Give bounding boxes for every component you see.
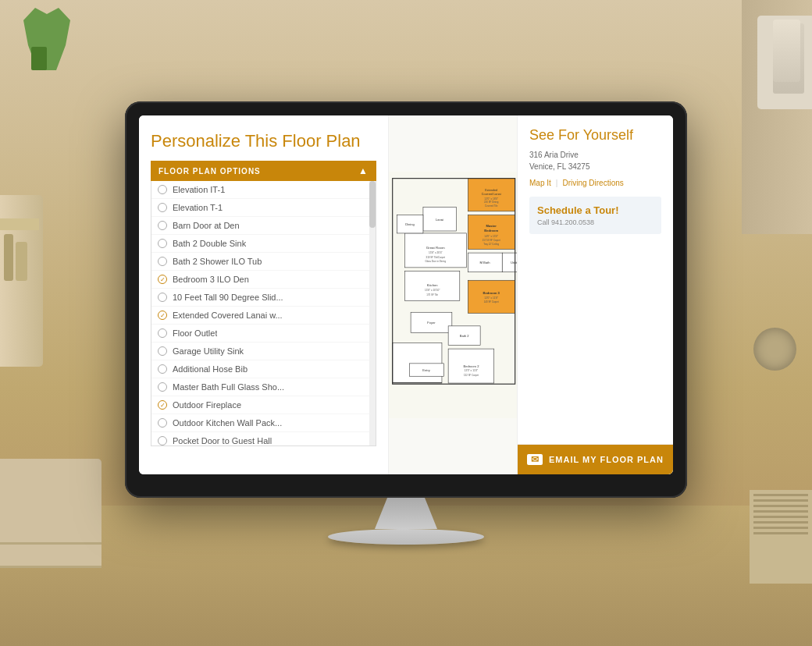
- monitor-neck: [375, 498, 437, 529]
- option-radio[interactable]: [158, 400, 167, 410]
- monitor-base: [328, 529, 484, 545]
- option-label: Elevation IT-1: [173, 185, 225, 194]
- address-line1: 316 Aria Drive: [529, 149, 661, 161]
- option-label: Bath 2 Shower ILO Tub: [173, 257, 262, 266]
- option-radio[interactable]: [158, 257, 167, 266]
- option-label: Extended Covered Lanai w...: [173, 311, 283, 320]
- option-item[interactable]: Outdoor Fireplace: [151, 396, 376, 414]
- svg-text:Master: Master: [486, 224, 497, 228]
- option-radio[interactable]: [158, 346, 167, 356]
- option-radio[interactable]: [158, 364, 167, 374]
- option-item[interactable]: Extended Covered Lanai w...: [151, 307, 376, 325]
- option-item[interactable]: Pocket Door to Guest Hall: [151, 432, 376, 446]
- svg-text:Great Room: Great Room: [426, 246, 445, 250]
- svg-text:Bath 2: Bath 2: [460, 334, 470, 338]
- option-radio[interactable]: [158, 203, 167, 212]
- call-label: Call 941.200.0538: [537, 218, 654, 226]
- svg-text:140 SF Carpet: 140 SF Carpet: [484, 300, 499, 303]
- option-item[interactable]: Outdoor Kitchen Wall Pack...: [151, 414, 376, 432]
- email-floor-plan-button[interactable]: EMAIL MY FLOOR PLAN: [518, 445, 673, 474]
- svg-text:Entry: Entry: [422, 368, 431, 372]
- option-radio[interactable]: [158, 328, 167, 338]
- option-radio[interactable]: [158, 221, 167, 230]
- svg-text:Bedroom 2: Bedroom 2: [463, 364, 479, 368]
- option-label: Bedroom 3 ILO Den: [173, 275, 249, 284]
- option-label: Floor Outlet: [173, 328, 217, 338]
- option-item[interactable]: Additional Hose Bib: [151, 360, 376, 378]
- option-item[interactable]: Elevation T-1: [151, 199, 376, 217]
- monitor-screen: Personalize This Floor Plan FLOOR PLAN O…: [139, 115, 673, 474]
- option-item[interactable]: 10 Feet Tall 90 Degree Slid...: [151, 289, 376, 307]
- svg-text:Covered Lanai: Covered Lanai: [482, 193, 501, 196]
- see-for-yourself-section: See For Yourself 316 Aria Drive Venice, …: [518, 115, 673, 445]
- address-block: 316 Aria Drive Venice, FL 34275: [529, 149, 661, 172]
- options-list[interactable]: Elevation IT-1Elevation T-1Barn Door at …: [151, 181, 376, 446]
- svg-text:Utility: Utility: [511, 261, 517, 264]
- svg-text:Bedroom 3: Bedroom 3: [483, 291, 500, 295]
- svg-text:Extended: Extended: [485, 189, 497, 192]
- email-icon: [527, 454, 543, 465]
- svg-text:Bedroom: Bedroom: [484, 229, 498, 232]
- option-radio[interactable]: [158, 275, 167, 284]
- option-label: 10 Feet Tall 90 Degree Slid...: [173, 293, 283, 302]
- option-radio[interactable]: [158, 311, 167, 320]
- option-radio[interactable]: [158, 436, 167, 445]
- option-label: Outdoor Kitchen Wall Pack...: [173, 418, 282, 428]
- svg-text:217.50 SF Carpet: 217.50 SF Carpet: [483, 239, 500, 242]
- svg-text:Kitchen: Kitchen: [427, 283, 438, 287]
- option-item[interactable]: Garage Utility Sink: [151, 343, 376, 360]
- scrollbar-thumb[interactable]: [369, 181, 376, 228]
- option-label: Outdoor Fireplace: [173, 400, 241, 410]
- svg-text:170 SF Tile: 170 SF Tile: [426, 293, 438, 296]
- email-button-label: EMAIL MY FLOOR PLAN: [549, 455, 664, 464]
- monitor-wrapper: Personalize This Floor Plan FLOOR PLAN O…: [125, 101, 687, 545]
- option-radio[interactable]: [158, 382, 167, 392]
- option-item[interactable]: Master Bath Full Glass Sho...: [151, 378, 376, 396]
- svg-text:Covered Tile: Covered Tile: [485, 204, 498, 208]
- option-label: Garage Utility Sink: [173, 346, 244, 356]
- monitor: Personalize This Floor Plan FLOOR PLAN O…: [125, 101, 687, 545]
- schedule-section: Schedule a Tour! Call 941.200.0538: [529, 197, 661, 234]
- option-item[interactable]: Bath 2 Double Sink: [151, 235, 376, 253]
- options-header-label: FLOOR PLAN OPTIONS: [158, 167, 261, 176]
- scrollbar-track: [369, 181, 376, 445]
- schedule-title: Schedule a Tour!: [537, 204, 654, 216]
- svg-text:Foyer: Foyer: [427, 321, 436, 325]
- option-label: Bath 2 Double Sink: [173, 239, 246, 248]
- svg-text:Tray 12' Ceiling: Tray 12' Ceiling: [483, 243, 499, 246]
- option-item[interactable]: Elevation IT-1: [151, 181, 376, 199]
- bottom-left-cabinet: [0, 459, 102, 568]
- svg-text:132 SF Carpet: 132 SF Carpet: [464, 374, 479, 377]
- option-radio[interactable]: [158, 239, 167, 248]
- svg-text:14'6" x 15'0": 14'6" x 15'0": [484, 235, 498, 238]
- svg-text:15'8" x 10'10": 15'8" x 10'10": [425, 289, 440, 292]
- option-item[interactable]: Bath 2 Shower ILO Tub: [151, 253, 376, 271]
- options-header: FLOOR PLAN OPTIONS ▲: [151, 161, 376, 181]
- option-label: Master Bath Full Glass Sho...: [173, 382, 284, 392]
- option-item[interactable]: Floor Outlet: [151, 325, 376, 343]
- option-radio[interactable]: [158, 418, 167, 428]
- option-item[interactable]: Bedroom 3 ILO Den: [151, 271, 376, 289]
- address-line2: Venice, FL 34275: [529, 161, 661, 172]
- option-label: Barn Door at Den: [173, 221, 240, 230]
- floor-plan-svg: Extended Covered Lanai 12'0" x 18'0" 216…: [389, 115, 517, 474]
- monitor-bezel: Personalize This Floor Plan FLOOR PLAN O…: [125, 101, 687, 498]
- map-it-link[interactable]: Map It: [529, 179, 551, 187]
- svg-text:12'0" x 18'0": 12'0" x 18'0": [484, 197, 498, 201]
- option-radio[interactable]: [158, 185, 167, 194]
- right-info-panel: See For Yourself 316 Aria Drive Venice, …: [517, 115, 673, 474]
- option-radio[interactable]: [158, 293, 167, 302]
- bottom-right-heater: [750, 490, 812, 584]
- map-links: Map It | Driving Directions: [529, 179, 661, 187]
- svg-text:M Bath: M Bath: [480, 261, 491, 264]
- option-item[interactable]: Barn Door at Den: [151, 217, 376, 235]
- chevron-up-icon: ▲: [358, 165, 369, 176]
- driving-directions-link[interactable]: Driving Directions: [562, 179, 623, 187]
- option-label: Additional Hose Bib: [173, 364, 248, 374]
- floor-plan-area: Extended Covered Lanai 12'0" x 18'0" 216…: [389, 115, 517, 474]
- see-for-yourself-title: See For Yourself: [529, 127, 661, 144]
- svg-text:Glass Door in Dining: Glass Door in Dining: [425, 260, 446, 263]
- option-label: Elevation T-1: [173, 203, 223, 212]
- svg-text:Lanai: Lanai: [436, 218, 443, 222]
- svg-text:12'0" x 11'0": 12'0" x 11'0": [465, 369, 479, 372]
